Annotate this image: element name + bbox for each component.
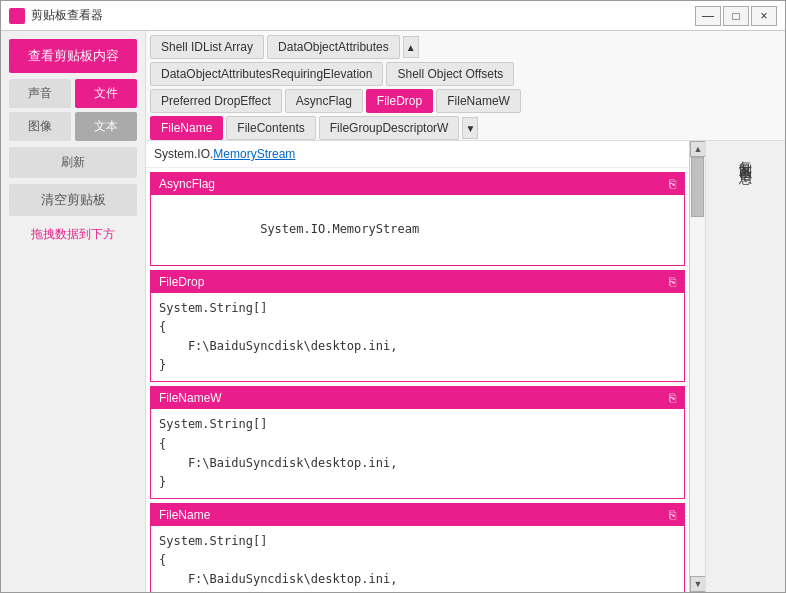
clear-clipboard-button[interactable]: 清空剪贴板 <box>9 184 137 216</box>
content-scroll[interactable]: System.IO.MemoryStream AsyncFlag ⎘ Syste… <box>146 141 689 592</box>
tab-area: Shell IDList Array DataObjectAttributes … <box>146 31 785 141</box>
tab-row-4: FileName FileContents FileGroupDescripto… <box>150 116 781 140</box>
filename-body: System.String[] { F:\BaiduSyncdisk\deskt… <box>151 526 684 592</box>
top-entry-link[interactable]: MemoryStream <box>213 147 295 161</box>
filenamew-header: FileNameW ⎘ <box>151 387 684 409</box>
filename-label: FileName <box>159 508 210 522</box>
filename-copy-icon[interactable]: ⎘ <box>669 508 676 522</box>
tab-scroll-up[interactable]: ▲ <box>403 36 419 58</box>
filenamew-label: FileNameW <box>159 391 222 405</box>
filenamew-section: FileNameW ⎘ System.String[] { F:\BaiduSy… <box>150 386 685 499</box>
filedrop-header: FileDrop ⎘ <box>151 271 684 293</box>
tab-preferred-dropeffect[interactable]: Preferred DropEffect <box>150 89 282 113</box>
tab-shell-idlist-array[interactable]: Shell IDList Array <box>150 35 264 59</box>
close-button[interactable]: × <box>751 6 777 26</box>
title-bar-buttons: — □ × <box>695 6 777 26</box>
filename-header: FileName ⎘ <box>151 504 684 526</box>
filedrop-copy-icon[interactable]: ⎘ <box>669 275 676 289</box>
minimize-button[interactable]: — <box>695 6 721 26</box>
app-icon <box>9 8 25 24</box>
top-entry-prefix: System.IO. <box>154 147 213 161</box>
view-clipboard-button[interactable]: 查看剪贴板内容 <box>9 39 137 73</box>
filedrop-body: System.String[] { F:\BaiduSyncdisk\deskt… <box>151 293 684 382</box>
tab-filecontents[interactable]: FileContents <box>226 116 315 140</box>
title-bar: 剪贴板查看器 — □ × <box>1 1 785 31</box>
maximize-button[interactable]: □ <box>723 6 749 26</box>
tab-asyncflag[interactable]: AsyncFlag <box>285 89 363 113</box>
filenamew-copy-icon[interactable]: ⎘ <box>669 391 676 405</box>
refresh-button[interactable]: 刷新 <box>9 147 137 178</box>
top-memorystream-entry: System.IO.MemoryStream <box>146 141 689 168</box>
type-text-button[interactable]: 文本 <box>75 112 137 141</box>
right-panel: Shell IDList Array DataObjectAttributes … <box>146 31 785 592</box>
tab-dataobject-attributes-elevation[interactable]: DataObjectAttributesRequiringElevation <box>150 62 383 86</box>
filedrop-section: FileDrop ⎘ System.String[] { F:\BaiduSyn… <box>150 270 685 383</box>
main-content: 查看剪贴板内容 声音 文件 图像 文本 刷新 清空剪贴板 拖拽数据到下方 She… <box>1 31 785 592</box>
tab-row-1: Shell IDList Array DataObjectAttributes … <box>150 35 781 59</box>
asyncflag-body-prefix: System.IO. <box>260 222 332 236</box>
drag-hint: 拖拽数据到下方 <box>31 226 115 243</box>
copy-panel: 复制以下信息 <box>705 141 785 592</box>
asyncflag-body-link[interactable]: MemoryStream <box>332 222 419 236</box>
filenamew-body: System.String[] { F:\BaiduSyncdisk\deskt… <box>151 409 684 498</box>
asyncflag-label: AsyncFlag <box>159 177 215 191</box>
tab-shell-object-offsets[interactable]: Shell Object Offsets <box>386 62 514 86</box>
scroll-down-button[interactable]: ▼ <box>690 576 706 592</box>
scrollbar-track[interactable] <box>690 157 705 576</box>
asyncflag-section: AsyncFlag ⎘ System.IO.MemoryStream <box>150 172 685 266</box>
filedrop-label: FileDrop <box>159 275 204 289</box>
tab-filedrop[interactable]: FileDrop <box>366 89 433 113</box>
tab-scroll-down[interactable]: ▼ <box>462 117 478 139</box>
scrollbar-thumb[interactable] <box>691 157 704 217</box>
sidebar: 查看剪贴板内容 声音 文件 图像 文本 刷新 清空剪贴板 拖拽数据到下方 <box>1 31 146 592</box>
tab-dataobject-attributes[interactable]: DataObjectAttributes <box>267 35 400 59</box>
tab-filenamew[interactable]: FileNameW <box>436 89 521 113</box>
type-buttons-grid: 声音 文件 图像 文本 <box>9 79 137 141</box>
asyncflag-body: System.IO.MemoryStream <box>151 195 684 265</box>
content-scrollbar-area: System.IO.MemoryStream AsyncFlag ⎘ Syste… <box>146 141 785 592</box>
type-image-button[interactable]: 图像 <box>9 112 71 141</box>
tab-row-2: DataObjectAttributesRequiringElevation S… <box>150 62 781 86</box>
window-title: 剪贴板查看器 <box>31 7 695 24</box>
tab-filename[interactable]: FileName <box>150 116 223 140</box>
copy-panel-label: 复制以下信息 <box>737 151 755 163</box>
asyncflag-copy-icon[interactable]: ⎘ <box>669 177 676 191</box>
tab-filegroupdescriptorw[interactable]: FileGroupDescriptorW <box>319 116 460 140</box>
tab-row-3: Preferred DropEffect AsyncFlag FileDrop … <box>150 89 781 113</box>
vertical-scrollbar: ▲ ▼ <box>689 141 705 592</box>
asyncflag-header: AsyncFlag ⎘ <box>151 173 684 195</box>
filename-section: FileName ⎘ System.String[] { F:\BaiduSyn… <box>150 503 685 592</box>
type-file-button[interactable]: 文件 <box>75 79 137 108</box>
type-sound-button[interactable]: 声音 <box>9 79 71 108</box>
main-window: 剪贴板查看器 — □ × 查看剪贴板内容 声音 文件 图像 文本 刷新 清空剪贴… <box>0 0 786 593</box>
scroll-up-button[interactable]: ▲ <box>690 141 706 157</box>
